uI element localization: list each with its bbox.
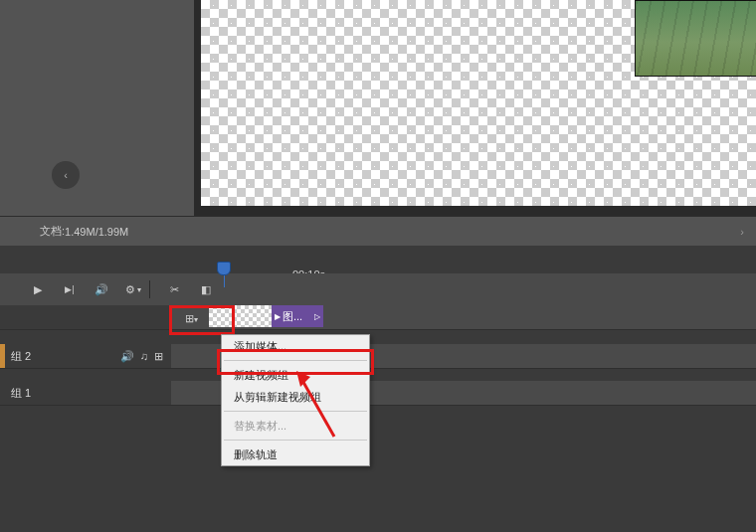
- track-color-swatch[interactable]: [0, 381, 5, 405]
- video-preview-layer[interactable]: [635, 0, 756, 77]
- chevron-left-icon: ‹: [64, 169, 68, 181]
- track-header: [0, 305, 171, 329]
- track-label: 组 1: [11, 386, 31, 401]
- settings-button[interactable]: ⚙▾: [121, 277, 145, 301]
- timeline-tracks: ▶ 图... ▷ 组 2 🔊 ♫ ⊞: [0, 305, 756, 406]
- next-frame-button[interactable]: ▶|: [58, 277, 82, 301]
- clip-label-bar[interactable]: ▶ 图... ▷: [272, 305, 323, 327]
- menu-separator: [224, 411, 367, 412]
- track-row[interactable]: 组 1: [0, 381, 756, 406]
- timeline-clip[interactable]: ▶ 图... ▷: [209, 305, 323, 327]
- track-label: 组 2: [11, 349, 31, 364]
- menu-separator: [224, 360, 367, 361]
- status-doc-label: 文档:: [40, 224, 65, 239]
- playhead-line: [224, 275, 225, 287]
- timeline-panel: 00:10s ▶ ▶| 🔊 ⚙▾ ✂ ◧ ▶ ▶ 图... ▷: [0, 246, 756, 532]
- scissors-icon: ✂: [170, 283, 179, 296]
- transition-button[interactable]: ◧: [194, 277, 218, 301]
- clip-thumbnail: [209, 305, 272, 327]
- gear-icon: ⚙: [125, 283, 135, 296]
- document-stage: [194, 0, 756, 216]
- next-frame-icon: ▶|: [65, 284, 74, 294]
- timeline-toolbar: ▶ ▶| 🔊 ⚙▾ ✂ ◧: [0, 273, 756, 305]
- menu-replace-material: 替换素材...: [222, 415, 369, 437]
- context-menu: 添加媒体... 新建视频组 从剪辑新建视频组 替换素材... 删除轨道: [221, 334, 370, 466]
- status-expand-icon[interactable]: ›: [740, 226, 746, 238]
- music-icon[interactable]: ♫: [140, 350, 148, 363]
- menu-delete-track[interactable]: 删除轨道: [222, 443, 369, 465]
- volume-icon[interactable]: 🔊: [120, 350, 134, 363]
- video-group-track[interactable]: ▶ 图... ▷: [0, 305, 756, 330]
- play-button[interactable]: ▶: [26, 277, 50, 301]
- status-doc-size: 1.49M/1.99M: [65, 226, 128, 238]
- split-button[interactable]: ✂: [162, 277, 186, 301]
- left-panel: ‹: [0, 0, 194, 216]
- track-color-swatch[interactable]: [0, 344, 5, 368]
- clip-play-icon: ▶: [275, 312, 281, 321]
- film-icon[interactable]: ⊞▾: [185, 312, 198, 325]
- back-nav-button[interactable]: ‹: [52, 161, 80, 189]
- menu-new-video-group[interactable]: 新建视频组: [222, 364, 369, 386]
- mute-button[interactable]: 🔊: [90, 277, 113, 301]
- volume-icon: 🔊: [94, 283, 108, 296]
- menu-new-from-clips[interactable]: 从剪辑新建视频组: [222, 386, 369, 408]
- menu-separator: [224, 440, 367, 441]
- clip-menu-icon[interactable]: ▷: [314, 312, 320, 321]
- status-bar: 文档: 1.49M/1.99M ›: [0, 216, 756, 246]
- playhead[interactable]: [217, 262, 231, 287]
- track-lane[interactable]: ▶ 图... ▷: [171, 305, 756, 329]
- clip-label: 图...: [283, 309, 302, 324]
- track-row[interactable]: 组 2 🔊 ♫ ⊞: [0, 344, 756, 369]
- playhead-handle-icon[interactable]: [217, 262, 231, 275]
- transition-icon: ◧: [201, 283, 211, 296]
- film-icon[interactable]: ⊞: [154, 350, 163, 363]
- play-icon: ▶: [34, 283, 42, 296]
- menu-add-media[interactable]: 添加媒体...: [222, 335, 369, 357]
